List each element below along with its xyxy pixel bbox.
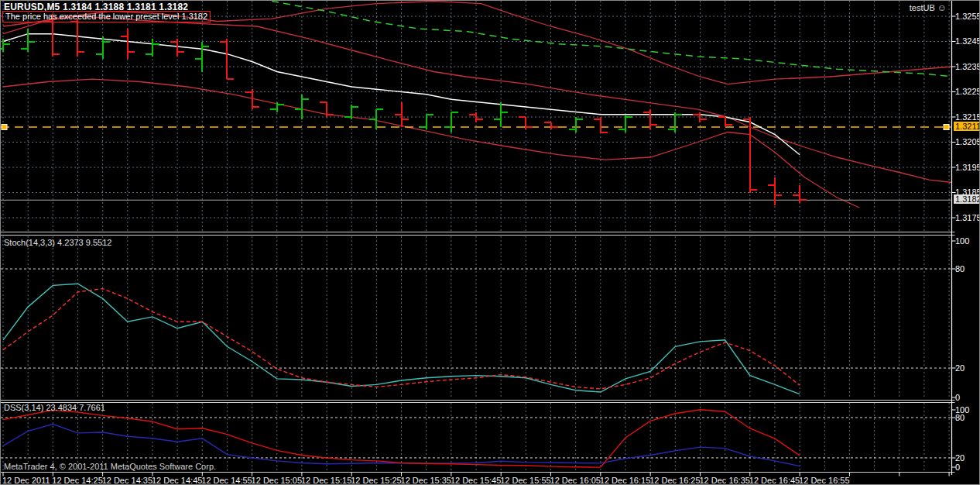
time-axis-label: 12 Dec 14:55 [201,476,252,485]
time-axis-label: 12 Dec 14:35 [102,476,152,485]
dss-scale-label: 0 [955,463,960,472]
price-axis-label: 1.3245 [955,36,980,46]
dss-scale-label: 20 [955,453,965,463]
time-axis-label: 12 Dec 15:05 [252,476,302,485]
time-axis-label: 12 Dec 2011 [2,476,50,485]
time-axis-label: 12 Dec 15:15 [301,476,351,485]
expert-name: testUB [910,3,935,12]
time-axis-label: 12 Dec 14:25 [52,476,102,485]
stochastic-scale-label: 20 [955,363,965,373]
level-anchor-left[interactable] [2,125,7,130]
time-axis-label: 12 Dec 14:45 [152,476,202,485]
price-axis-label: 1.3225 [955,87,980,96]
stochastic-scale-label: 80 [955,264,965,273]
price-axis-label: 1.3175 [955,213,980,222]
level-anchor-right[interactable] [944,125,949,130]
price-alert-box: The price has exceeded the lower preset … [2,11,211,22]
copyright-text: MetaTrader 4, © 2001-2011 MetaQuotes Sof… [4,462,216,471]
expert-advisor-label: testUB☺ [910,2,947,13]
time-axis-label: 12 Dec 16:15 [600,476,650,485]
bid-price-tag: 1.3182 [954,194,980,204]
dss-indicator-label: DSS(3,14) 23.4834 7.7661 [4,403,105,412]
time-axis-label: 12 Dec 15:25 [351,476,401,485]
time-axis-label: 12 Dec 16:45 [749,476,800,485]
time-axis-label: 12 Dec 15:35 [401,476,451,485]
time-axis-label: 12 Dec 16:55 [799,476,849,485]
time-axis-label: 12 Dec 16:05 [550,476,601,485]
dss-scale-label: 80 [955,413,965,422]
price-axis-label: 1.3235 [955,62,980,71]
time-axis-label: 12 Dec 15:45 [451,476,501,485]
stochastic-indicator-label: Stoch(14,3,3) 4.2373 9.5512 [4,238,111,247]
time-axis-label: 12 Dec 16:35 [699,476,749,485]
time-axis-label: 12 Dec 15:55 [500,476,550,485]
price-axis-label: 1.3195 [955,163,980,172]
price-axis-label: 1.3255 [955,12,980,21]
level-price-tag: 1.3211 [954,122,980,131]
smiley-icon: ☺ [937,2,947,13]
stochastic-scale-label: 100 [955,236,969,246]
price-axis-label: 1.3215 [955,112,980,122]
price-axis-label: 1.3205 [955,137,980,146]
time-axis-label: 12 Dec 16:25 [649,476,700,485]
stochastic-scale-label: 0 [955,393,960,402]
mt4-terminal-window: EURUSD,M5 1.3184 1.3188 1.3181 1.3182 Th… [0,0,980,485]
chart-plot-area[interactable] [1,1,980,485]
chart-background [1,1,980,485]
